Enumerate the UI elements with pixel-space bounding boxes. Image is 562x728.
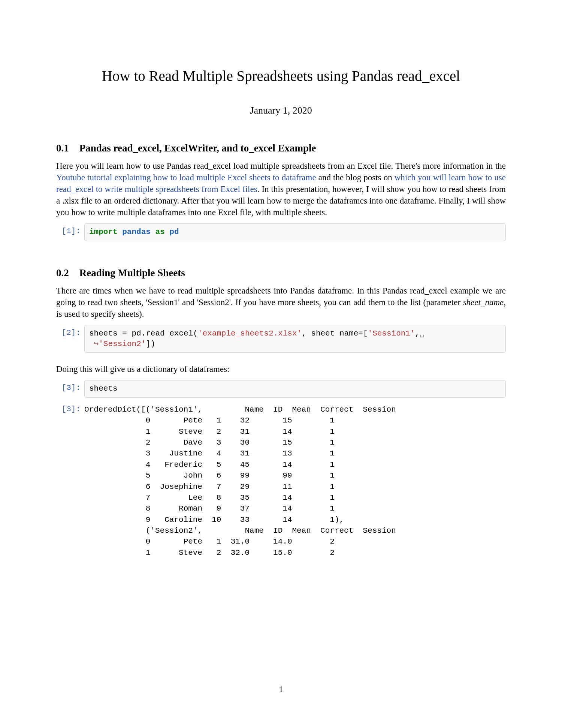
prompt-in-1: [1]:	[56, 223, 84, 235]
link-youtube-tutorial[interactable]: Youtube tutorial explaining how to load …	[56, 173, 316, 182]
code-2-str1: 'example_sheets2.xlsx'	[198, 329, 302, 338]
keyword-pandas: pandas	[122, 228, 151, 236]
after-cell-2-text: Doing this will give us a dictionary of …	[56, 363, 506, 375]
section-2-heading: 0.2Reading Multiple Sheets	[56, 267, 506, 279]
section-2-title: Reading Multiple Sheets	[79, 267, 185, 279]
code-cell-1: [1]: import pandas as pd	[56, 223, 506, 241]
document-page: How to Read Multiple Spreadsheets using …	[0, 0, 562, 728]
section-2-italic: sheet_name	[463, 298, 504, 307]
code-2-b: , sheet_name=[	[302, 329, 368, 338]
section-1-number: 0.1	[56, 142, 69, 154]
keyword-pd: pd	[169, 228, 179, 236]
section-1-title: Pandas read_excel, ExcelWriter, and to_e…	[79, 142, 316, 154]
keyword-as: as	[155, 228, 164, 236]
code-2-str3: 'Session2'	[99, 340, 146, 348]
continuation-arrow-icon: ↪	[94, 340, 99, 348]
prompt-out-3: [3]:	[56, 401, 84, 413]
code-cell-3-content: sheets	[84, 380, 506, 397]
page-number: 1	[0, 685, 562, 694]
code-cell-1-content: import pandas as pd	[84, 223, 506, 241]
section-1-heading: 0.1Pandas read_excel, ExcelWriter, and t…	[56, 142, 506, 154]
section-1-text-b: and the blog posts on	[316, 173, 395, 182]
code-cell-2-content: sheets = pd.read_excel('example_sheets2.…	[84, 325, 506, 353]
prompt-in-2: [2]:	[56, 325, 84, 337]
code-2-end: ])	[146, 340, 155, 348]
section-2-number: 0.2	[56, 267, 69, 279]
code-cell-3: [3]: sheets	[56, 380, 506, 397]
section-2-text-a: There are times when we have to read mul…	[56, 286, 506, 307]
code-cell-2: [2]: sheets = pd.read_excel('example_she…	[56, 325, 506, 353]
document-date: January 1, 2020	[56, 105, 506, 116]
output-cell-3-content: OrderedDict([('Session1', Name ID Mean C…	[84, 401, 506, 558]
code-2-str2: 'Session1'	[368, 329, 415, 338]
page-title: How to Read Multiple Spreadsheets using …	[56, 67, 506, 84]
continuation-space-icon: ␣	[420, 329, 424, 338]
section-2-paragraph: There are times when we have to read mul…	[56, 285, 506, 320]
code-2-a: sheets = pd.read_excel(	[89, 329, 198, 338]
prompt-in-3: [3]:	[56, 380, 84, 392]
code-2-c: ,	[415, 329, 420, 338]
output-cell-3: [3]: OrderedDict([('Session1', Name ID M…	[56, 401, 506, 558]
section-1-paragraph: Here you will learn how to use Pandas re…	[56, 160, 506, 218]
keyword-import: import	[89, 228, 118, 236]
section-1-text-a: Here you will learn how to use Pandas re…	[56, 161, 506, 171]
